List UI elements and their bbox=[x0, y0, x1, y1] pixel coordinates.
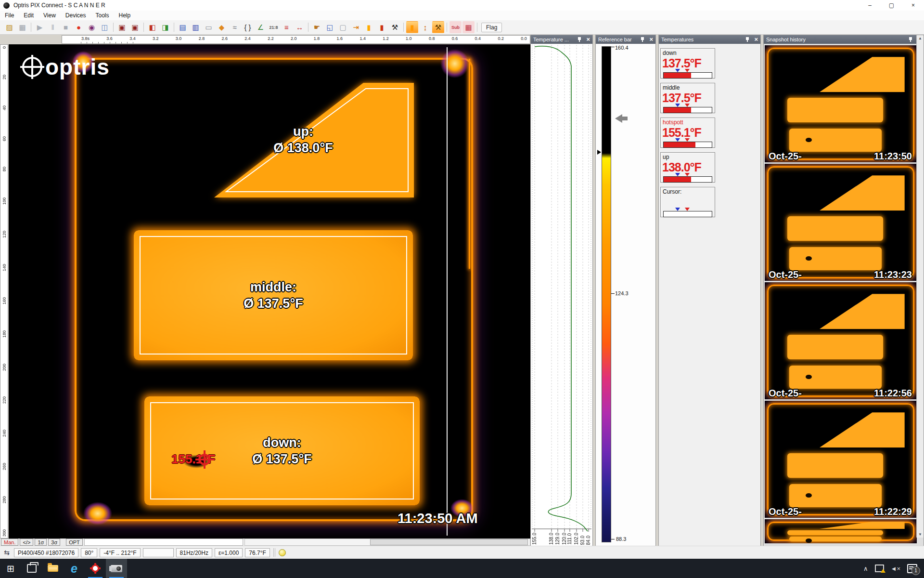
curve-icon[interactable]: ≈ bbox=[229, 21, 241, 33]
layout-green-icon[interactable]: ◨ bbox=[159, 21, 171, 33]
sigma1-button[interactable]: 1σ bbox=[35, 539, 47, 546]
manual-mode-button[interactable]: Man. bbox=[1, 539, 18, 546]
scrollbar-thumb[interactable] bbox=[370, 539, 528, 545]
scroll-down-icon[interactable]: ▼ bbox=[918, 532, 922, 537]
display-window-2-icon[interactable]: ▣ bbox=[129, 21, 141, 33]
scroll-up-icon[interactable]: ▲ bbox=[918, 36, 922, 40]
zoom-window-icon[interactable]: ◱ bbox=[324, 21, 336, 33]
blank-window-icon[interactable]: ▢ bbox=[337, 21, 349, 33]
high-marker-icon[interactable] bbox=[685, 69, 690, 72]
low-marker-icon[interactable] bbox=[675, 69, 680, 72]
horizontal-scrollbar[interactable] bbox=[244, 539, 530, 546]
display-window-icon[interactable]: ▣ bbox=[116, 21, 128, 33]
menu-item[interactable]: File bbox=[0, 12, 19, 19]
reference-arrow-icon[interactable] bbox=[615, 114, 622, 123]
volume-muted-icon[interactable]: ◄× bbox=[891, 565, 900, 572]
menu-item[interactable]: Edit bbox=[19, 12, 38, 19]
snapshot-thumbnail[interactable] bbox=[765, 519, 917, 543]
record-icon[interactable]: ● bbox=[73, 21, 85, 33]
snapshot-thumbnail[interactable]: Oct-25- 11:22:29 bbox=[765, 401, 917, 518]
measure-area-down[interactable]: down: Ø 137.5°F bbox=[144, 396, 420, 505]
opt-button[interactable]: OPT bbox=[66, 539, 83, 546]
select-cursor-icon[interactable]: ▶ bbox=[34, 21, 46, 33]
range-mode-button[interactable]: </> bbox=[20, 539, 33, 546]
color-scale-bar[interactable] bbox=[602, 46, 611, 542]
tray-expand-icon[interactable]: ∧ bbox=[863, 565, 868, 572]
snapshot-camera-icon[interactable]: ◉ bbox=[86, 21, 98, 33]
alarm-bars-icon[interactable]: ≡ bbox=[281, 21, 293, 33]
temperature-card[interactable]: up 138.0°F bbox=[660, 152, 715, 183]
hotspot-crosshair-icon[interactable] bbox=[195, 450, 214, 469]
flag-button[interactable]: Flag bbox=[481, 23, 502, 32]
snapshot-thumbnail[interactable]: Oct-25- 11:23:50 bbox=[765, 45, 917, 162]
settings-tools-icon[interactable]: ⚒ bbox=[389, 21, 401, 33]
panel-header: Temperature ... × bbox=[531, 35, 592, 44]
minimize-button[interactable]: – bbox=[859, 0, 881, 11]
action-center-icon[interactable]: 1 bbox=[907, 564, 917, 573]
maximize-button[interactable]: ▢ bbox=[881, 0, 902, 11]
high-marker-icon[interactable] bbox=[685, 173, 690, 176]
start-button[interactable]: ⊞ bbox=[0, 559, 21, 578]
task-view-button[interactable] bbox=[21, 559, 42, 578]
palette-bar-hot-icon[interactable]: ▮ bbox=[376, 21, 388, 33]
close-button[interactable]: × bbox=[902, 0, 924, 11]
temperature-card[interactable]: down 137.5°F bbox=[660, 48, 715, 79]
measure-area-middle[interactable]: middle: Ø 137.5°F bbox=[134, 230, 413, 360]
subtract-save-icon[interactable]: ▦ bbox=[462, 21, 475, 33]
palette-icon[interactable]: ▤ bbox=[177, 21, 189, 33]
scale-handle[interactable] bbox=[597, 150, 601, 155]
annotation-icon[interactable]: ▭ bbox=[203, 21, 215, 33]
bulb-icon[interactable] bbox=[279, 549, 286, 556]
stop-icon[interactable]: ■ bbox=[60, 21, 72, 33]
range-arrow-icon[interactable]: ↔ bbox=[294, 21, 306, 33]
temperature-card[interactable]: hotspott 155.1°F bbox=[660, 118, 715, 148]
optris-app-button[interactable] bbox=[85, 559, 106, 578]
layout-red-icon[interactable]: ◧ bbox=[146, 21, 158, 33]
close-icon[interactable]: × bbox=[649, 37, 653, 42]
snapshot-thumbnail[interactable]: Oct-25- 11:23:23 bbox=[765, 164, 917, 281]
low-marker-icon[interactable] bbox=[675, 138, 680, 142]
pin-icon[interactable] bbox=[908, 37, 913, 42]
flag-area-icon[interactable]: ▮ bbox=[406, 21, 418, 33]
low-marker-icon[interactable] bbox=[675, 173, 680, 176]
pointer-hand-icon[interactable]: ☛ bbox=[311, 21, 323, 33]
color-alarm-icon[interactable]: ◆ bbox=[216, 21, 228, 33]
profile-chart-icon[interactable]: ∠ bbox=[255, 21, 267, 33]
file-explorer-button[interactable] bbox=[42, 559, 64, 578]
save-icon[interactable]: ▦ bbox=[16, 21, 28, 33]
high-marker-icon[interactable] bbox=[685, 104, 690, 107]
high-marker-icon[interactable] bbox=[685, 208, 690, 211]
menu-item[interactable]: Help bbox=[114, 12, 136, 19]
sigma3-button[interactable]: 3σ bbox=[48, 539, 60, 546]
pin-icon[interactable] bbox=[577, 37, 582, 42]
temperature-card[interactable]: middle 137.5°F bbox=[660, 83, 715, 113]
snapshot-scrollbar[interactable]: ▲ ▼ bbox=[916, 35, 924, 538]
digital-display-icon[interactable]: 21:8 bbox=[268, 21, 280, 33]
internet-explorer-button[interactable]: e bbox=[64, 559, 85, 578]
close-icon[interactable]: × bbox=[586, 37, 590, 42]
menu-item[interactable]: View bbox=[38, 12, 61, 19]
copy-icon[interactable]: ◫ bbox=[99, 21, 111, 33]
camera-app-button[interactable] bbox=[106, 559, 127, 578]
thermal-image-view[interactable]: optris up: Ø 138.0°F middle: Ø 137.5°F d… bbox=[9, 44, 530, 539]
temperature-card[interactable]: Cursor: bbox=[660, 187, 715, 217]
menu-item[interactable]: Devices bbox=[61, 12, 91, 19]
histogram-icon[interactable]: ▥ bbox=[190, 21, 202, 33]
reference-adjust-icon[interactable]: ↨ bbox=[419, 21, 431, 33]
snapshot-thumbnail[interactable]: Oct-25- 11:22:56 bbox=[765, 282, 917, 399]
palette-transfer-icon[interactable]: ⇥ bbox=[350, 21, 362, 33]
low-marker-icon[interactable] bbox=[675, 208, 680, 211]
subtract-icon[interactable]: Sub bbox=[449, 21, 462, 33]
pause-icon[interactable]: ‖ bbox=[47, 21, 59, 33]
close-icon[interactable]: × bbox=[754, 37, 758, 42]
low-marker-icon[interactable] bbox=[675, 104, 680, 107]
pin-icon[interactable] bbox=[640, 37, 645, 42]
braces-icon[interactable]: { } bbox=[242, 21, 254, 33]
open-file-icon[interactable]: ▨ bbox=[3, 21, 15, 33]
high-marker-icon[interactable] bbox=[685, 138, 690, 142]
hot-tools-icon[interactable]: ⚒ bbox=[432, 21, 444, 33]
network-warning-icon[interactable] bbox=[875, 565, 884, 572]
palette-bar-warm-icon[interactable]: ▮ bbox=[363, 21, 375, 33]
pin-icon[interactable] bbox=[745, 37, 750, 42]
menu-item[interactable]: Tools bbox=[91, 12, 114, 19]
